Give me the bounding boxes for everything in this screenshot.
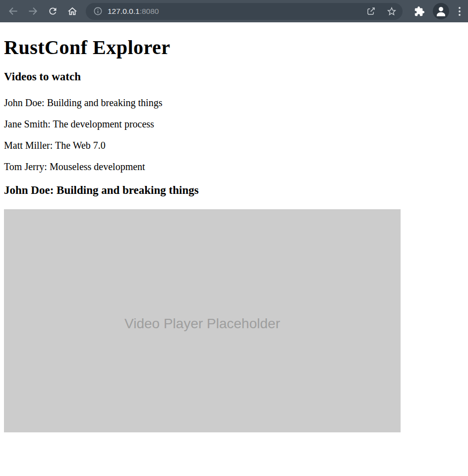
video-list-item[interactable]: Tom Jerry: Mouseless development xyxy=(4,161,464,173)
share-icon xyxy=(366,6,376,16)
video-list-item[interactable]: Matt Miller: The Web 7.0 xyxy=(4,140,464,151)
refresh-button[interactable] xyxy=(44,2,61,20)
back-button[interactable] xyxy=(4,2,22,20)
url-port: :8080 xyxy=(140,7,159,15)
extensions-puzzle-icon xyxy=(414,6,425,17)
profile-button[interactable] xyxy=(431,2,450,20)
extensions-button[interactable] xyxy=(410,2,428,20)
browser-toolbar: 127.0.0.1:8080 xyxy=(0,0,468,22)
selected-video-title: John Doe: Building and breaking things xyxy=(4,184,464,197)
menu-button[interactable] xyxy=(453,2,466,20)
site-info-icon xyxy=(93,6,103,16)
url-text[interactable]: 127.0.0.1:8080 xyxy=(108,7,364,16)
page-title: RustConf Explorer xyxy=(4,36,464,59)
toolbar-right-actions xyxy=(408,2,466,20)
player-placeholder-label: Video Player Placeholder xyxy=(124,310,280,332)
page-content: RustConf Explorer Videos to watch John D… xyxy=(0,36,468,432)
omnibox[interactable]: 127.0.0.1:8080 xyxy=(86,3,403,20)
home-icon xyxy=(67,6,78,17)
profile-avatar-icon xyxy=(433,3,449,19)
bookmark-star-icon xyxy=(386,6,397,17)
forward-button[interactable] xyxy=(24,2,42,20)
section-title: Videos to watch xyxy=(4,70,464,83)
refresh-icon xyxy=(48,6,58,16)
site-info-button[interactable] xyxy=(91,4,105,18)
url-host: 127.0.0.1 xyxy=(108,7,140,15)
back-arrow-icon xyxy=(7,5,19,17)
bookmark-star-button[interactable] xyxy=(385,4,399,18)
video-list-item[interactable]: Jane Smith: The development process xyxy=(4,119,464,130)
video-player-placeholder: Video Player Placeholder xyxy=(4,209,401,432)
home-button[interactable] xyxy=(63,2,81,20)
video-list-item[interactable]: John Doe: Building and breaking things xyxy=(4,97,464,109)
kebab-menu-icon xyxy=(455,6,464,17)
share-button[interactable] xyxy=(364,4,378,18)
forward-arrow-icon xyxy=(27,5,39,17)
